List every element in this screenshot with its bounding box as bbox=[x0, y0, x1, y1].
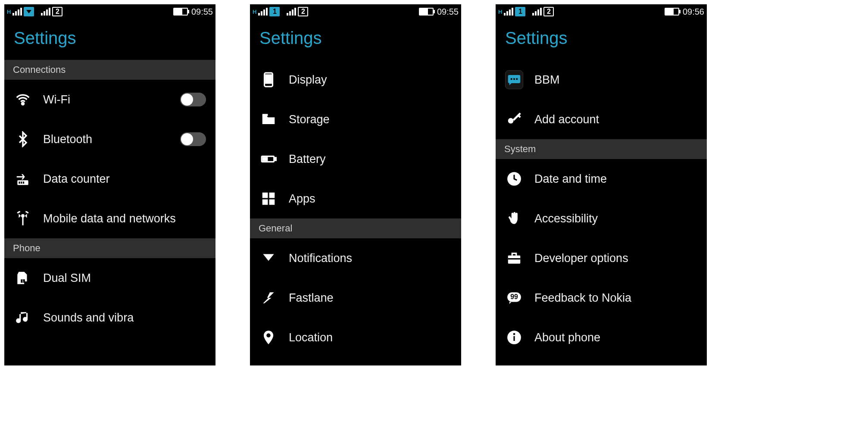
row-battery[interactable]: Battery bbox=[250, 139, 461, 179]
data-counter-icon bbox=[14, 170, 32, 188]
svg-rect-10 bbox=[262, 114, 268, 116]
signal-bars-icon bbox=[504, 8, 513, 16]
fastlane-icon bbox=[259, 289, 278, 307]
row-label: Date and time bbox=[534, 172, 607, 186]
signal-bars-icon bbox=[258, 8, 268, 16]
sim1-badge: 1 bbox=[515, 7, 525, 16]
svg-rect-2 bbox=[19, 181, 20, 184]
phone-screen-1: H 2 09:55 Settings Connections Wi-Fi Blu… bbox=[4, 4, 215, 365]
display-icon bbox=[259, 71, 278, 89]
briefcase-icon bbox=[505, 249, 523, 267]
row-sounds[interactable]: Sounds and vibra bbox=[4, 298, 215, 337]
sim2-badge: 2 bbox=[298, 7, 308, 16]
dual-sim-icon: 1 bbox=[14, 269, 32, 287]
svg-rect-14 bbox=[262, 193, 268, 198]
row-label: BBM bbox=[534, 73, 560, 87]
storage-icon bbox=[259, 110, 278, 128]
row-label: Bluetooth bbox=[43, 133, 92, 146]
battery-icon bbox=[419, 8, 434, 16]
clock-icon bbox=[505, 170, 523, 188]
battery-menu-icon bbox=[259, 150, 278, 168]
info-icon bbox=[505, 328, 523, 347]
quote-icon: 99 bbox=[505, 289, 523, 307]
battery-icon bbox=[173, 8, 188, 16]
row-developer[interactable]: Developer options bbox=[496, 238, 707, 278]
row-label: Battery bbox=[289, 153, 326, 166]
svg-rect-12 bbox=[275, 158, 276, 160]
status-bar: H 2 09:55 bbox=[4, 4, 215, 19]
location-icon bbox=[259, 328, 278, 347]
row-label: Accessibility bbox=[534, 212, 598, 225]
svg-point-30 bbox=[513, 333, 515, 335]
battery-icon bbox=[665, 8, 679, 16]
section-header-general: General bbox=[250, 219, 461, 238]
svg-point-21 bbox=[516, 78, 518, 80]
apps-icon bbox=[259, 190, 278, 208]
row-label: Developer options bbox=[534, 252, 628, 265]
row-accessibility[interactable]: Accessibility bbox=[496, 199, 707, 238]
row-label: Data counter bbox=[43, 172, 110, 186]
row-dual-sim[interactable]: 1 Dual SIM bbox=[4, 258, 215, 298]
page-title: Settings bbox=[496, 19, 707, 60]
row-location[interactable]: Location bbox=[250, 318, 461, 357]
row-mobile-data[interactable]: Mobile data and networks bbox=[4, 199, 215, 238]
row-label: Dual SIM bbox=[43, 272, 91, 285]
key-icon bbox=[505, 110, 523, 128]
row-label: About phone bbox=[534, 331, 600, 344]
sim2-badge: 2 bbox=[52, 7, 62, 16]
row-data-counter[interactable]: Data counter bbox=[4, 159, 215, 199]
row-bluetooth[interactable]: Bluetooth bbox=[4, 119, 215, 159]
section-header-system: System bbox=[496, 139, 707, 159]
svg-rect-15 bbox=[269, 193, 275, 198]
bbm-icon bbox=[505, 71, 523, 89]
svg-rect-9 bbox=[266, 75, 272, 83]
row-wifi[interactable]: Wi-Fi bbox=[4, 80, 215, 119]
svg-point-5 bbox=[21, 214, 25, 218]
svg-rect-13 bbox=[263, 158, 267, 160]
phone-screen-3: H 1 2 09:56 Settings BBM Add account Sys… bbox=[496, 4, 707, 365]
svg-rect-17 bbox=[269, 200, 275, 205]
sim2-badge: 2 bbox=[543, 7, 554, 16]
svg-point-22 bbox=[508, 118, 514, 124]
row-about[interactable]: About phone bbox=[496, 318, 707, 357]
row-fastlane[interactable]: Fastlane bbox=[250, 278, 461, 318]
row-notifications[interactable]: Notifications bbox=[250, 238, 461, 278]
music-note-icon bbox=[14, 309, 32, 327]
signal-type-icon: H bbox=[253, 9, 256, 15]
bluetooth-toggle[interactable] bbox=[180, 132, 206, 146]
row-apps[interactable]: Apps bbox=[250, 179, 461, 219]
wifi-toggle[interactable] bbox=[180, 93, 206, 106]
clock: 09:56 bbox=[683, 7, 704, 17]
signal-bars-2-icon bbox=[287, 8, 296, 16]
svg-rect-25 bbox=[508, 258, 521, 259]
svg-rect-29 bbox=[513, 336, 515, 341]
row-date-time[interactable]: Date and time bbox=[496, 159, 707, 199]
status-bar: H 1 2 09:55 bbox=[250, 4, 461, 19]
notifications-icon bbox=[259, 249, 278, 267]
row-storage[interactable]: Storage bbox=[250, 100, 461, 139]
svg-point-19 bbox=[511, 78, 512, 80]
row-label: Apps bbox=[289, 192, 315, 206]
svg-rect-3 bbox=[21, 181, 22, 184]
svg-point-20 bbox=[513, 78, 515, 80]
signal-bars-2-icon bbox=[41, 8, 50, 16]
sim1-badge-icon bbox=[24, 7, 34, 16]
status-bar: H 1 2 09:56 bbox=[496, 4, 707, 19]
row-bbm[interactable]: BBM bbox=[496, 60, 707, 100]
antenna-icon bbox=[14, 209, 32, 228]
svg-point-0 bbox=[22, 103, 24, 105]
phone-screen-2: H 1 2 09:55 Settings Display Storage Bat… bbox=[250, 4, 461, 365]
row-label: Feedback to Nokia bbox=[534, 291, 631, 305]
row-label: Location bbox=[289, 331, 333, 344]
signal-type-icon: H bbox=[498, 9, 502, 15]
row-add-account[interactable]: Add account bbox=[496, 100, 707, 139]
row-feedback[interactable]: 99 Feedback to Nokia bbox=[496, 278, 707, 318]
signal-type-icon: H bbox=[7, 9, 11, 15]
row-label: Storage bbox=[289, 113, 330, 126]
page-title: Settings bbox=[4, 19, 215, 60]
row-display[interactable]: Display bbox=[250, 60, 461, 100]
svg-text:99: 99 bbox=[510, 293, 518, 300]
sim1-badge: 1 bbox=[269, 7, 280, 16]
page-title: Settings bbox=[250, 19, 461, 60]
svg-rect-4 bbox=[23, 181, 24, 184]
